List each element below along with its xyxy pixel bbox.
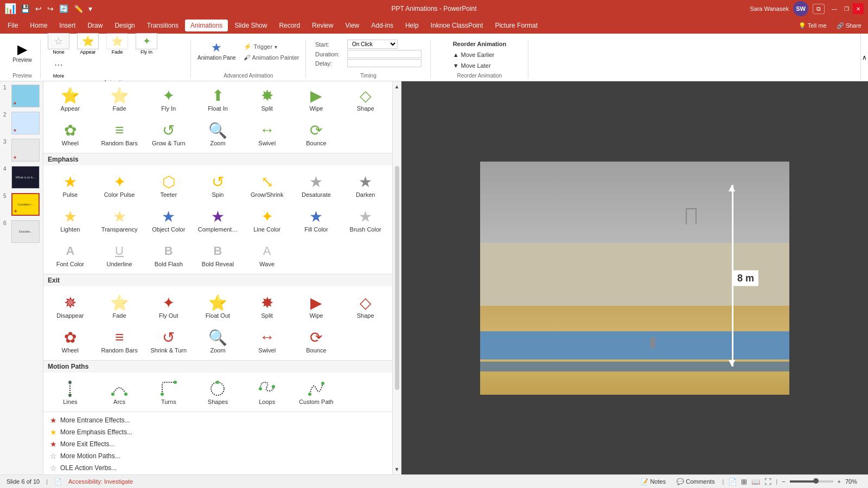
close-button[interactable]: ✕ (853, 3, 864, 14)
anim-shrink-turn[interactable]: ↺ Shrink & Turn (144, 324, 193, 357)
anim-bold-reveal[interactable]: B Bold Reveal (193, 238, 242, 271)
anim-loops[interactable]: Loops (242, 376, 292, 408)
reading-view-button[interactable]: 📖 (751, 478, 760, 486)
anim-spin[interactable]: ↺ Spin (193, 169, 242, 201)
comments-button[interactable]: 💬 Comments (673, 477, 718, 486)
anim-object-color[interactable]: ★ Object Color (144, 203, 193, 236)
menu-design[interactable]: Design (109, 20, 140, 31)
menu-file[interactable]: File (2, 20, 23, 31)
anim-wipe[interactable]: ▶ Wipe (292, 82, 341, 115)
menu-addins[interactable]: Add-ins (366, 20, 399, 31)
anim-bold-flash[interactable]: B Bold Flash (144, 238, 193, 271)
menu-animations[interactable]: Animations (185, 20, 228, 31)
anim-arcs[interactable]: Arcs (95, 376, 144, 408)
ribbon-anim-appear[interactable]: ⭐ Appear (74, 33, 101, 55)
menu-insert[interactable]: Insert (54, 20, 81, 31)
anim-fly-in[interactable]: ✦ Fly In (144, 82, 193, 115)
anim-zoom-exit[interactable]: 🔍 Zoom (193, 324, 242, 357)
menu-slideshow[interactable]: Slide Show (229, 20, 272, 31)
anim-color-pulse[interactable]: ✦ Color Pulse (95, 169, 144, 201)
slide-thumb-1[interactable]: 1 ★ (2, 84, 41, 108)
anim-bounce-exit[interactable]: ⟳ Bounce (292, 324, 341, 357)
anim-custom-path[interactable]: Custom Path (292, 376, 341, 408)
zoom-in-button[interactable]: + (838, 478, 841, 485)
anim-brush-color[interactable]: ★ Brush Color (341, 203, 390, 236)
gallery-scroll-down[interactable]: ▼ (393, 464, 401, 474)
tell-me-button[interactable]: 💡 Tell me (794, 20, 831, 31)
slide-thumb-3[interactable]: 3 ★ (2, 138, 41, 163)
customize-qat[interactable]: ▾ (87, 3, 93, 14)
anim-bounce[interactable]: ⟳ Bounce (292, 117, 341, 150)
anim-wave[interactable]: A Wave (242, 238, 292, 271)
more-motion-paths[interactable]: ☆ More Motion Paths... (48, 450, 388, 462)
anim-swivel[interactable]: ↔ Swivel (242, 117, 292, 150)
anim-random-bars[interactable]: ≡ Random Bars (95, 117, 144, 150)
minimize-button[interactable]: — (829, 3, 840, 14)
save-button[interactable]: 💾 (20, 3, 31, 14)
share-button[interactable]: 🔗 Share (832, 20, 866, 31)
collapse-ribbon-button[interactable]: ∧ (860, 34, 868, 81)
anim-darken[interactable]: ★ Darken (341, 169, 390, 201)
normal-view-button[interactable]: 📄 (728, 478, 737, 486)
more-emphasis-effects[interactable]: ★ More Emphasis Effects... (48, 426, 388, 438)
anim-wheel[interactable]: ✿ Wheel (46, 117, 95, 150)
ribbon-anim-none[interactable]: ☆ None (45, 33, 72, 55)
start-select[interactable]: On Click With Previous After Previous (347, 40, 398, 49)
zoom-out-button[interactable]: − (782, 478, 785, 485)
move-earlier-button[interactable]: ▲ Move Earlier (451, 50, 509, 59)
anim-shape-exit[interactable]: ◇ Shape (341, 290, 390, 322)
anim-zoom[interactable]: 🔍 Zoom (193, 117, 242, 150)
slide-view[interactable]: 8 m (401, 81, 868, 474)
anim-grow-turn[interactable]: ↺ Grow & Turn (144, 117, 193, 150)
anim-fly-out[interactable]: ✦ Fly Out (144, 290, 193, 322)
anim-float-in[interactable]: ⬆ Float In (193, 82, 242, 115)
notes-button[interactable]: 📝 Notes (637, 477, 669, 486)
anim-transparency[interactable]: ★ Transparency (95, 203, 144, 236)
more-exit-effects[interactable]: ★ More Exit Effects... (48, 438, 388, 450)
ole-action-verbs[interactable]: ☆ OLE Action Verbs... (48, 462, 388, 474)
slide-thumb-5[interactable]: 5 Complete t... ★ (2, 192, 41, 217)
delay-input[interactable] (347, 59, 422, 67)
anim-turns[interactable]: Turns (144, 376, 193, 408)
menu-view[interactable]: View (340, 20, 365, 31)
menu-transitions[interactable]: Transitions (142, 20, 184, 31)
menu-record[interactable]: Record (273, 20, 305, 31)
anim-pulse[interactable]: ★ Pulse (46, 169, 95, 201)
anim-split[interactable]: ✸ Split (242, 82, 292, 115)
animation-scroll-area[interactable]: ⭐ Appear ⭐ Fade ✦ Fly In ⬆ Float In ✸ (43, 81, 392, 474)
trigger-button[interactable]: ⚡ Trigger ▾ (241, 42, 302, 52)
animation-pane-button[interactable]: ★ Animation Pane (195, 40, 238, 62)
ribbon-more-animations[interactable]: ⋯ More (45, 57, 72, 79)
anim-grow-shrink[interactable]: ⤡ Grow/Shrink (242, 169, 292, 201)
anim-fade[interactable]: ⭐ Fade (95, 82, 144, 115)
anim-random-bars-exit[interactable]: ≡ Random Bars (95, 324, 144, 357)
anim-disappear[interactable]: ✵ Disappear (46, 290, 95, 322)
menu-picture-format[interactable]: Picture Format (489, 20, 543, 31)
anim-wipe-exit[interactable]: ▶ Wipe (292, 290, 341, 322)
menu-home[interactable]: Home (24, 20, 53, 31)
anim-float-out[interactable]: ⭐ Float Out (193, 290, 242, 322)
anim-shape[interactable]: ◇ Shape (341, 82, 390, 115)
repeat-button[interactable]: 🔄 (58, 3, 69, 14)
anim-wheel-exit[interactable]: ✿ Wheel (46, 324, 95, 357)
menu-draw[interactable]: Draw (82, 20, 108, 31)
menu-review[interactable]: Review (307, 20, 339, 31)
anim-teeter[interactable]: ⬡ Teeter (144, 169, 193, 201)
anim-shapes-path[interactable]: Shapes (193, 376, 242, 408)
user-avatar[interactable]: SW (793, 1, 808, 16)
anim-lines[interactable]: Lines (46, 376, 95, 408)
slide-sorter-button[interactable]: ⊞ (741, 478, 747, 486)
slide-show-button[interactable]: ⛶ (764, 478, 771, 486)
ribbon-anim-fade[interactable]: ⭐ Fade (104, 33, 131, 55)
anim-appear[interactable]: ⭐ Appear (46, 82, 95, 115)
accessibility-info[interactable]: Accessibility: Investigate (68, 478, 133, 485)
ribbon-display-options[interactable]: ⧉ (813, 4, 825, 14)
slide-thumb-6[interactable]: 6 Describe... (2, 219, 41, 244)
slide-thumb-2[interactable]: 2 ★ (2, 111, 41, 136)
maximize-button[interactable]: ❐ (841, 3, 852, 14)
anim-desaturate[interactable]: ★ Desaturate (292, 169, 341, 201)
menu-help[interactable]: Help (400, 20, 424, 31)
zoom-level[interactable]: 70% (845, 478, 861, 485)
present-button[interactable]: ✏️ (73, 3, 84, 14)
anim-swivel-exit[interactable]: ↔ Swivel (242, 324, 292, 357)
